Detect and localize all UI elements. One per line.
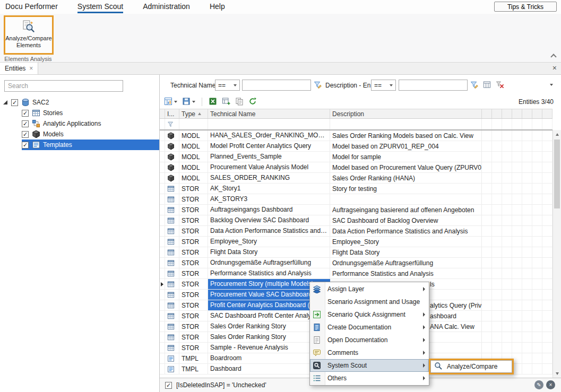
table-row[interactable]: MODLSALES_ORDER_RANKINGSales Order Ranki… <box>160 173 553 184</box>
checkbox[interactable]: ✓ <box>22 142 29 149</box>
story-icon <box>167 249 175 256</box>
tab-close-icon[interactable]: × <box>29 65 33 72</box>
refresh-button[interactable] <box>247 96 258 108</box>
technical-name-cell[interactable]: Performance Statistics and Analysis <box>208 268 330 278</box>
checkbox[interactable]: ✓ <box>22 131 29 138</box>
technical-name-column-header[interactable]: Technical Name <box>208 109 330 118</box>
context-submenu: Analyze/Compare <box>429 359 514 374</box>
description-column-header[interactable]: Description <box>330 109 482 118</box>
story-icon <box>32 109 40 117</box>
cube-icon <box>167 143 175 150</box>
technical-name-cell[interactable]: HANA_SALES_Order_RANKING_MODEL <box>208 130 330 141</box>
type-cell: STOR <box>179 258 208 268</box>
ribbon-collapse-chevron-icon[interactable] <box>551 53 556 58</box>
copy-button[interactable] <box>234 96 245 108</box>
checkbox[interactable]: ✓ <box>22 110 29 117</box>
technical-name-cell[interactable]: Procurement Value Analysis Model <box>208 162 330 172</box>
analyze-compare-elements-button[interactable]: Analyze/Compare Elements <box>4 15 54 55</box>
grid-view-icon[interactable] <box>483 81 491 90</box>
description-cell: Performance Statistics and Analysis <box>330 268 482 278</box>
table-row[interactable]: STORPerformance Statistics and AnalysisP… <box>160 268 553 279</box>
close-filter-button[interactable]: × <box>546 380 555 389</box>
add-table-button[interactable] <box>221 96 231 108</box>
tips-tricks-button[interactable]: Tips & Tricks <box>494 2 557 12</box>
scroll-down-button[interactable] <box>553 369 561 378</box>
vertical-scrollbar[interactable] <box>553 130 561 378</box>
technical-name-cell[interactable]: Flight Data Story <box>208 247 330 257</box>
icon-column-header[interactable]: I... <box>165 109 179 118</box>
table-row[interactable]: STORAuftragseingangs DashboardAuftragsei… <box>160 205 553 215</box>
grid-view-menu-button[interactable] <box>163 96 178 108</box>
table-row[interactable]: STORAK_Story1Story for testing <box>160 184 553 194</box>
menu-item-analyze-compare[interactable]: Analyze/Compare <box>430 360 512 373</box>
table-row[interactable]: STORAK_STORY3 <box>160 194 553 205</box>
clear-filter-icon[interactable] <box>496 81 504 90</box>
menu-item-others[interactable]: Others <box>310 372 429 385</box>
tree-item-stories[interactable]: ✓Stories <box>0 108 159 118</box>
menu-item-label: System Scout <box>327 362 367 369</box>
table-row[interactable]: MODLProcurement Value Analysis ModelMode… <box>160 162 553 173</box>
search-input[interactable] <box>4 80 123 92</box>
table-row[interactable]: MODLModel Profit Center Analytics QueryM… <box>160 141 553 152</box>
table-row[interactable]: STORBacklog Overview SAC DashboardSAC Da… <box>160 215 553 226</box>
menu-item-create-documentation[interactable]: Create Documentation <box>310 321 429 334</box>
tree-item-templates[interactable]: ✓Templates <box>0 140 159 150</box>
auto-filter-row[interactable] <box>160 119 553 130</box>
tree-item-analytic-applications[interactable]: ✓Analytic Applications <box>0 118 159 129</box>
menu-item-label: Scenario Assignment and Usage <box>327 298 420 306</box>
menu-item-help[interactable]: Help <box>210 0 225 14</box>
menu-item-docu-performer[interactable]: Docu Performer <box>5 0 58 14</box>
filter-edit-icon <box>314 81 322 89</box>
description-filter-input[interactable] <box>399 80 468 91</box>
filter-enabled-checkbox[interactable]: ✓ <box>165 382 172 389</box>
table-row[interactable]: STOREmployee_StoryEmployee_Story <box>160 237 553 247</box>
type-cell: STOR <box>179 332 208 342</box>
type-cell: STOR <box>179 194 208 204</box>
menu-item-administration[interactable]: Administration <box>143 0 190 14</box>
export-excel-button[interactable] <box>208 96 218 108</box>
operator-value: == <box>374 82 382 89</box>
technical-name-cell[interactable]: Auftragseingangs Dashboard <box>208 205 330 215</box>
table-row[interactable]: MODLPlanned_Events_SampleModel for sampl… <box>160 152 553 162</box>
context-menu: Assign LayerScenario Assignment and Usag… <box>309 282 429 386</box>
filter-icon[interactable] <box>470 81 478 90</box>
technical-name-cell[interactable]: Ordnungsgemäße Auftragserfüllung <box>208 258 330 268</box>
table-row[interactable]: STOROrdnungsgemäße AuftragserfüllungOrdn… <box>160 258 553 268</box>
table-row[interactable]: STORData Action Performance Statistics a… <box>160 226 553 237</box>
technical-name-cell[interactable]: Planned_Events_Sample <box>208 152 330 162</box>
expander-icon[interactable] <box>3 100 7 104</box>
menu-item-system-scout[interactable]: System Scout <box>77 0 123 14</box>
template-icon <box>167 365 175 373</box>
tree-item-sac2[interactable]: ✓SAC2 <box>0 97 159 108</box>
tab-entities[interactable]: Entities × <box>0 63 38 74</box>
description-operator-combo[interactable]: == <box>371 80 396 91</box>
menu-item-scenario-assignment-and-usage[interactable]: Scenario Assignment and Usage <box>310 295 429 308</box>
menu-item-comments[interactable]: Comments <box>310 346 429 359</box>
technical-name-cell[interactable]: Employee_Story <box>208 237 330 247</box>
technical-name-operator-combo[interactable]: == <box>215 80 240 91</box>
technical-name-cell[interactable]: AK_Story1 <box>208 184 330 194</box>
menu-item-system-scout[interactable]: System Scout <box>310 359 429 372</box>
filter-dropdown-caret-icon[interactable] <box>550 84 553 86</box>
technical-name-cell[interactable]: Model Profit Center Analytics Query <box>208 141 330 151</box>
edit-filter-button[interactable]: ✎ <box>534 380 543 389</box>
tree-item-models[interactable]: ✓Models <box>0 129 159 140</box>
filter-edit-icon[interactable] <box>314 81 322 90</box>
type-column-header[interactable]: Type <box>179 109 208 118</box>
checkbox[interactable]: ✓ <box>11 99 18 106</box>
menu-item-open-documentation[interactable]: Open Documentation <box>310 334 429 346</box>
menu-item-scenario-quick-assignment[interactable]: Scenario Quick Assignment <box>310 308 429 321</box>
technical-name-cell[interactable]: SALES_ORDER_RANKING <box>208 173 330 183</box>
technical-name-filter-input[interactable] <box>242 80 311 91</box>
technical-name-cell[interactable]: Data Action Performance Statistics and A… <box>208 226 330 236</box>
panel-close-icon[interactable]: × <box>553 64 557 72</box>
scrollbar-thumb[interactable] <box>554 140 560 208</box>
technical-name-cell[interactable]: AK_STORY3 <box>208 194 330 204</box>
table-row[interactable]: MODLHANA_SALES_Order_RANKING_MODELSales … <box>160 130 553 141</box>
save-layout-button[interactable] <box>181 96 196 108</box>
menu-item-assign-layer[interactable]: Assign Layer <box>310 283 429 295</box>
table-row[interactable]: STORFlight Data StoryFlight Data Story <box>160 247 553 258</box>
technical-name-cell[interactable]: Backlog Overview SAC Dashboard <box>208 215 330 225</box>
checkbox[interactable]: ✓ <box>22 120 29 127</box>
scroll-up-button[interactable] <box>553 130 561 138</box>
